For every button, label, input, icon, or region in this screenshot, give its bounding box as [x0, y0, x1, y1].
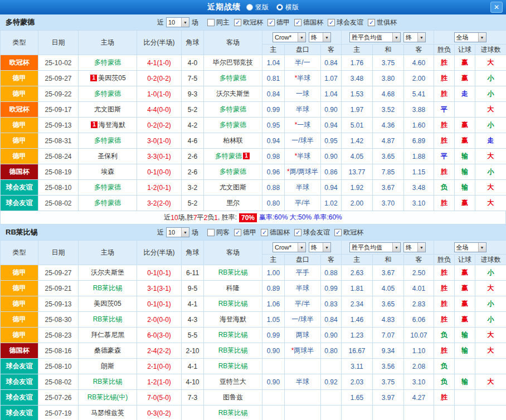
away-team-cell: 多特蒙德 — [204, 118, 262, 133]
sub-header: 主 — [262, 255, 285, 265]
match-row: 德甲25-09-22多特蒙德1-0(1-0)9-3沃尔夫斯堡0.84一球1.04… — [1, 86, 506, 102]
score-cell: 0-2(0-2) — [137, 118, 182, 133]
goals-result-cell: 大 — [475, 149, 506, 164]
handicap-result-cell: 赢 — [455, 71, 475, 86]
avg-home-cell: 2.00 — [342, 196, 373, 211]
avg-group-header: 胜平负均值▼终▼ — [342, 241, 434, 255]
team-name: RB莱比锡(中) — [87, 393, 128, 401]
league-type-cell: 球会友谊 — [1, 359, 38, 374]
league-filter-checkbox-3[interactable]: ✓欧冠杯 — [334, 228, 363, 237]
handicap-result-cell: 赢 — [455, 118, 475, 133]
odds-stage-select[interactable]: 终▼ — [309, 242, 331, 252]
same-venue-checkbox[interactable]: 同主 — [207, 18, 230, 27]
odds-provider-select[interactable]: Crow*▼ — [273, 242, 306, 252]
team-name: 亚特兰大 — [220, 378, 246, 385]
league-filter-checkbox-3[interactable]: ✓球会友谊 — [328, 18, 363, 27]
handicap-cell: 一/球半 — [285, 312, 321, 328]
league-type-cell: 德国杯 — [1, 164, 38, 180]
team-name: 多特蒙德 — [220, 121, 246, 129]
goals-result-cell: 走 — [475, 133, 506, 149]
home-odds-cell: 0.90 — [262, 374, 285, 390]
league-filter-checkbox-2-label: 球会友谊 — [303, 228, 330, 237]
league-filter-checkbox-2[interactable]: ✓球会友谊 — [294, 228, 330, 237]
league-filter-checkbox-4[interactable]: ✓世俱杯 — [368, 18, 397, 27]
result-cell: 胜 — [434, 265, 455, 281]
avg-draw-cell: 4.87 — [373, 133, 404, 149]
avg-home-cell: 2.34 — [342, 296, 373, 312]
avg-type-select[interactable]: 胜平负均值▼ — [349, 32, 401, 42]
home-team-cell: 多特蒙德 — [79, 86, 137, 102]
team-name: 多特蒙德 — [94, 90, 121, 97]
corner-cell: 6-11 — [182, 265, 204, 281]
corner-cell: 2-6 — [182, 164, 204, 180]
league-filter-checkbox-1[interactable]: ✓德甲 — [267, 18, 290, 27]
sub-header: 进球数 — [475, 255, 506, 265]
view-mode-radio-0[interactable]: 竖版 — [246, 3, 269, 12]
team-name: 马瑟维兹英 — [91, 409, 124, 417]
corner-cell: 3-2 — [182, 180, 204, 196]
close-button[interactable]: ✕ — [490, 2, 503, 13]
avg-home-cell: 1.23 — [342, 328, 373, 343]
match-count-select[interactable]: 10▼ — [166, 17, 189, 27]
sub-header: 胜负 — [434, 255, 455, 265]
league-filter-checkbox-0[interactable]: ✓欧冠杯 — [234, 18, 263, 27]
goals-result-cell: 小 — [475, 71, 506, 86]
scope-select[interactable]: 全场▼ — [454, 32, 486, 42]
away-team-cell: 多特蒙德 — [204, 164, 262, 180]
odds-stage-select[interactable]: 终▼ — [309, 32, 331, 42]
date-cell: 25-09-27 — [38, 71, 79, 86]
goals-result-cell — [475, 406, 506, 420]
match-row: 德国杯25-08-19埃森0-1(0-0)2-6多特蒙德0.96*两/两球半0.… — [1, 164, 506, 180]
match-row: 德甲25-09-21RB莱比锡3-1(3-1)9-5科隆0.89半球0.991.… — [1, 281, 506, 296]
result-cell: 负 — [434, 180, 455, 196]
odds-group-header: Crow*▼终▼ — [262, 31, 342, 45]
result-cell: 胜 — [434, 281, 455, 296]
view-mode-radio-1[interactable]: 横版 — [276, 3, 299, 12]
scope-select[interactable]: 全场▼ — [454, 242, 486, 252]
league-type-cell: 德甲 — [1, 265, 38, 281]
col-date-header: 日期 — [38, 241, 79, 265]
goals-result-cell: 小 — [475, 312, 506, 328]
matches-table: 类型日期主场比分(半场)角球客场Crow*▼终▼胜平负均值▼终▼全场▼主盘口客主… — [0, 240, 506, 420]
away-odds-cell: 0.94 — [321, 118, 342, 133]
odds-provider-select-value: Crow* — [273, 34, 291, 41]
date-cell: 25-08-02 — [38, 374, 79, 390]
avg-stage-select[interactable]: 终▼ — [403, 32, 426, 42]
match-row: 德国杯25-08-16桑德豪森2-4(2-2)2-10RB莱比锡0.90*两球半… — [1, 343, 506, 359]
league-filter-checkbox-0[interactable]: ✓德甲 — [234, 228, 256, 237]
same-venue-checkbox[interactable]: 同客 — [207, 228, 230, 237]
home-odds-cell: 1.06 — [262, 296, 285, 312]
result-cell: 胜 — [434, 312, 455, 328]
match-count-select[interactable]: 10▼ — [166, 227, 189, 237]
league-type-cell: 德甲 — [1, 118, 38, 133]
avg-draw-cell — [373, 406, 404, 420]
avg-stage-select[interactable]: 终▼ — [403, 242, 426, 252]
odds-provider-select[interactable]: Crow*▼ — [273, 32, 306, 42]
away-team-cell: 柏林联 — [204, 133, 262, 149]
team-name: 多特蒙德 — [94, 136, 121, 144]
home-team-cell: 多特蒙德 — [79, 133, 137, 149]
match-row: 球会友谊25-08-02RB莱比锡1-2(1-0)4-10亚特兰大0.90半球0… — [1, 374, 506, 390]
league-filter-checkbox-2[interactable]: ✓德国杯 — [294, 18, 323, 27]
league-filter-checkbox-1[interactable]: ✓德国杯 — [261, 228, 290, 237]
league-type-cell: 球会友谊 — [1, 390, 38, 406]
red-card-badge: 1 — [91, 121, 98, 128]
team-name: 海登海默 — [99, 121, 125, 129]
home-odds-cell — [262, 390, 285, 406]
avg-away-cell: 3.88 — [404, 102, 434, 118]
away-odds-cell — [321, 359, 342, 374]
handicap-result-cell: 输 — [455, 180, 475, 196]
view-mode-label: 竖版 — [255, 3, 269, 12]
league-filter-checkbox-2-label: 德国杯 — [303, 18, 323, 27]
away-odds-cell: 0.94 — [321, 180, 342, 196]
away-odds-cell: 0.90 — [321, 102, 342, 118]
chevron-down-icon: ▼ — [392, 243, 400, 252]
handicap-cell: *一球 — [285, 118, 321, 133]
home-odds-cell: 0.95 — [262, 118, 285, 133]
avg-home-cell: 4.05 — [342, 149, 373, 164]
scope-select-value: 全场 — [455, 33, 469, 42]
avg-type-select[interactable]: 胜平负均值▼ — [349, 242, 401, 252]
avg-away-cell: 1.10 — [404, 343, 434, 359]
home-odds-cell: 0.80 — [262, 196, 285, 211]
handicap-cell: 半球 — [285, 180, 321, 196]
